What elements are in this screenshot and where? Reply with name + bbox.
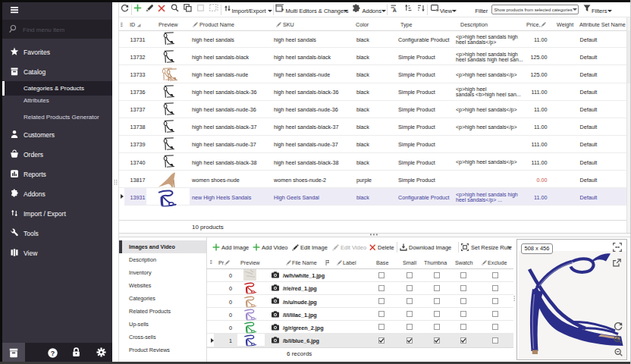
svg-text:A: A (393, 7, 397, 11)
svg-text:?: ? (51, 349, 55, 356)
